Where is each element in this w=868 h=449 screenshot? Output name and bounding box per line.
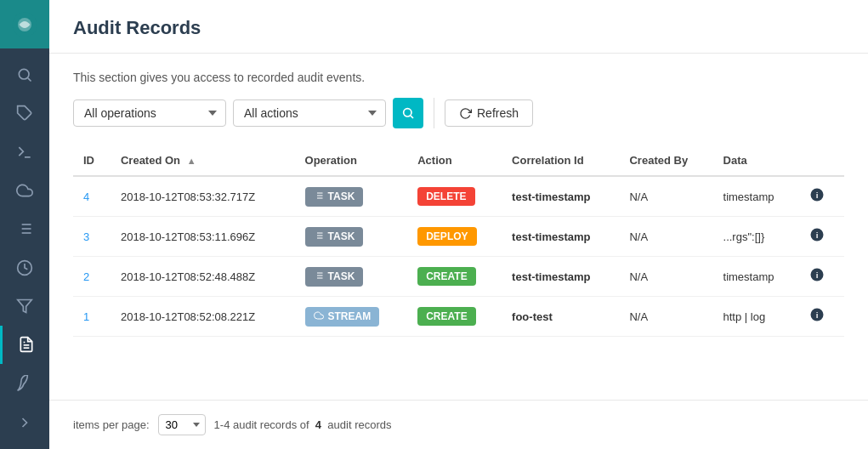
cell-action: CREATE bbox=[407, 257, 502, 297]
sidebar-item-filter[interactable] bbox=[0, 287, 49, 325]
col-action: Action bbox=[407, 145, 502, 176]
action-badge: DELETE bbox=[417, 187, 474, 206]
per-page-select[interactable]: 30 10 20 50 100 bbox=[158, 414, 206, 435]
col-created-by: Created By bbox=[619, 145, 712, 176]
cell-created-by: N/A bbox=[619, 217, 712, 257]
page-header: Audit Records bbox=[49, 0, 868, 54]
sort-arrow: ▲ bbox=[187, 156, 196, 166]
actions-filter[interactable]: All actions bbox=[233, 99, 386, 127]
per-page-label: items per page: bbox=[73, 418, 150, 431]
action-badge: CREATE bbox=[417, 267, 475, 286]
col-id: ID bbox=[73, 145, 111, 176]
cell-operation: TASK bbox=[295, 176, 408, 217]
sidebar-item-terminal[interactable] bbox=[0, 133, 49, 171]
table-row: 4 2018-10-12T08:53:32.717Z TASK DELETE t… bbox=[73, 176, 844, 217]
page-title: Audit Records bbox=[73, 17, 844, 39]
cell-created-on: 2018-10-12T08:53:11.696Z bbox=[111, 217, 295, 257]
operation-badge: TASK bbox=[305, 187, 364, 207]
pagination-info: 1-4 audit records of 4 audit records bbox=[214, 418, 392, 431]
action-badge: DEPLOY bbox=[417, 227, 476, 246]
info-button[interactable]: i bbox=[808, 305, 826, 327]
svg-marker-13 bbox=[18, 300, 32, 313]
operation-badge: TASK bbox=[305, 267, 364, 287]
cell-info: i bbox=[797, 176, 844, 217]
cell-operation: TASK bbox=[295, 257, 408, 297]
refresh-button[interactable]: Refresh bbox=[445, 99, 533, 127]
col-created-on[interactable]: Created On ▲ bbox=[111, 145, 295, 176]
page-description: This section gives you access to recorde… bbox=[73, 71, 844, 84]
cell-id: 1 bbox=[73, 297, 111, 337]
operation-icon bbox=[314, 230, 324, 243]
operation-badge: STREAM bbox=[305, 307, 380, 327]
cell-action: DEPLOY bbox=[407, 217, 502, 257]
cell-operation: TASK bbox=[295, 217, 408, 257]
cell-created-on: 2018-10-12T08:53:32.717Z bbox=[111, 176, 295, 217]
audit-table: ID Created On ▲ Operation Action Correla… bbox=[73, 145, 844, 337]
svg-point-16 bbox=[404, 109, 411, 117]
sidebar-item-leaf[interactable] bbox=[0, 364, 49, 403]
cell-data: timestamp bbox=[713, 176, 798, 217]
sidebar-item-list[interactable] bbox=[0, 210, 49, 248]
svg-line-3 bbox=[28, 78, 31, 82]
id-link[interactable]: 2 bbox=[83, 270, 89, 283]
cell-operation: STREAM bbox=[295, 297, 408, 337]
cell-created-by: N/A bbox=[619, 257, 712, 297]
pagination-row: items per page: 30 10 20 50 100 1-4 audi… bbox=[49, 400, 868, 449]
cell-id: 3 bbox=[73, 217, 111, 257]
cell-correlation-id: test-timestamp bbox=[502, 217, 619, 257]
operation-icon bbox=[314, 270, 324, 283]
content-area: This section gives you access to recorde… bbox=[49, 54, 868, 400]
cell-created-on: 2018-10-12T08:52:08.221Z bbox=[111, 297, 295, 337]
svg-text:i: i bbox=[816, 190, 819, 200]
id-link[interactable]: 4 bbox=[83, 190, 89, 203]
info-button[interactable]: i bbox=[808, 225, 826, 247]
main-content: Audit Records This section gives you acc… bbox=[49, 0, 868, 449]
cell-data: timestamp bbox=[713, 257, 798, 297]
col-operation: Operation bbox=[295, 145, 408, 176]
info-button[interactable]: i bbox=[808, 265, 826, 287]
action-badge: CREATE bbox=[417, 307, 475, 326]
cell-id: 4 bbox=[73, 176, 111, 217]
cell-data: http | log bbox=[713, 297, 798, 337]
operations-filter[interactable]: All operations bbox=[73, 99, 226, 127]
svg-point-2 bbox=[19, 69, 29, 79]
cell-data: ...rgs":[]} bbox=[713, 217, 798, 257]
sidebar-item-tags[interactable] bbox=[0, 94, 49, 133]
pagination-suffix: audit records bbox=[327, 418, 391, 431]
sidebar-item-search[interactable] bbox=[0, 55, 49, 94]
filters-row: All operations All actions Refresh bbox=[73, 98, 844, 128]
id-link[interactable]: 1 bbox=[83, 310, 89, 323]
operation-icon bbox=[314, 190, 324, 203]
pagination-total: 4 bbox=[315, 418, 321, 431]
cell-action: DELETE bbox=[407, 176, 502, 217]
cell-action: CREATE bbox=[407, 297, 502, 337]
svg-line-17 bbox=[411, 116, 413, 118]
cell-correlation-id: foo-test bbox=[502, 297, 619, 337]
col-data: Data bbox=[713, 145, 798, 176]
cell-created-on: 2018-10-12T08:52:48.488Z bbox=[111, 257, 295, 297]
sidebar bbox=[0, 0, 49, 449]
operation-badge: TASK bbox=[305, 227, 364, 247]
table-row: 2 2018-10-12T08:52:48.488Z TASK CREATE t… bbox=[73, 257, 844, 297]
refresh-label: Refresh bbox=[477, 106, 519, 120]
cell-info: i bbox=[797, 297, 844, 337]
sidebar-item-audit[interactable] bbox=[0, 326, 49, 364]
search-button[interactable] bbox=[393, 98, 423, 128]
id-link[interactable]: 3 bbox=[83, 230, 89, 243]
app-logo[interactable] bbox=[0, 0, 49, 48]
sidebar-item-clock[interactable] bbox=[0, 248, 49, 287]
table-header: ID Created On ▲ Operation Action Correla… bbox=[73, 145, 844, 176]
sidebar-expand-icon[interactable] bbox=[0, 403, 49, 442]
table-row: 3 2018-10-12T08:53:11.696Z TASK DEPLOY t… bbox=[73, 217, 844, 257]
cell-correlation-id: test-timestamp bbox=[502, 257, 619, 297]
filter-divider bbox=[434, 98, 434, 128]
col-correlation-id: Correlation Id bbox=[502, 145, 619, 176]
pagination-range: 1-4 audit records of bbox=[214, 418, 309, 431]
cell-info: i bbox=[797, 217, 844, 257]
cell-id: 2 bbox=[73, 257, 111, 297]
table-body: 4 2018-10-12T08:53:32.717Z TASK DELETE t… bbox=[73, 176, 844, 337]
operation-icon bbox=[314, 310, 324, 323]
info-button[interactable]: i bbox=[808, 185, 826, 207]
sidebar-item-cloud[interactable] bbox=[0, 171, 49, 209]
svg-text:i: i bbox=[816, 310, 819, 320]
